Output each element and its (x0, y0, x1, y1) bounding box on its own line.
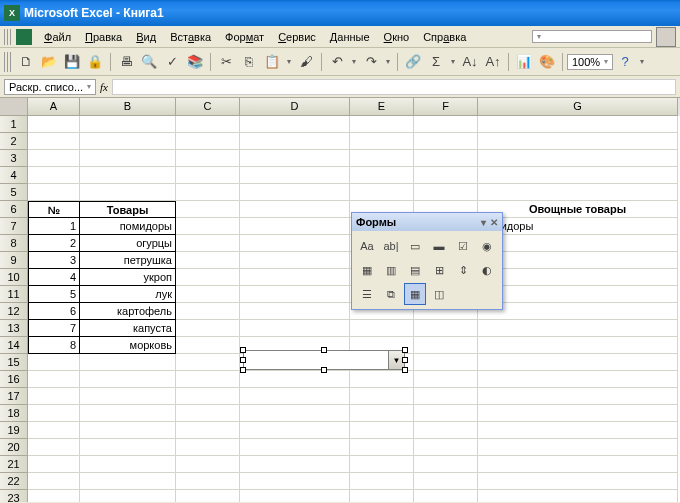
cell[interactable] (176, 473, 240, 490)
cell[interactable] (80, 371, 176, 388)
paste-icon[interactable]: 📋 (261, 51, 283, 73)
cell[interactable] (478, 371, 678, 388)
cell[interactable]: 4 (28, 269, 80, 286)
cell[interactable]: морковь (80, 337, 176, 354)
selection-handle[interactable] (240, 357, 246, 363)
cell[interactable] (80, 133, 176, 150)
selection-handle[interactable] (402, 367, 408, 373)
cell[interactable] (478, 167, 678, 184)
form-tool[interactable]: Aa (356, 235, 378, 257)
cell[interactable] (350, 422, 414, 439)
cell[interactable] (350, 133, 414, 150)
cell[interactable] (240, 371, 350, 388)
cell[interactable]: укроп (80, 269, 176, 286)
form-tool[interactable]: ▤ (404, 259, 426, 281)
row-header[interactable]: 20 (0, 439, 28, 456)
hyperlink-icon[interactable]: 🔗 (402, 51, 424, 73)
cell[interactable] (414, 422, 478, 439)
cell[interactable] (350, 320, 414, 337)
cell[interactable] (176, 371, 240, 388)
cell[interactable] (478, 252, 678, 269)
undo-icon[interactable]: ↶ (326, 51, 348, 73)
cell[interactable] (240, 490, 350, 502)
redo-dropdown[interactable]: ▾ (383, 57, 393, 66)
cell[interactable] (176, 354, 240, 371)
cell[interactable] (350, 405, 414, 422)
cell[interactable] (350, 473, 414, 490)
cell[interactable] (478, 116, 678, 133)
form-tool[interactable]: ▭ (404, 235, 426, 257)
cell[interactable] (414, 490, 478, 502)
cell[interactable]: 5 (28, 286, 80, 303)
cell[interactable] (478, 354, 678, 371)
cell[interactable] (28, 473, 80, 490)
format-painter-icon[interactable]: 🖌 (295, 51, 317, 73)
cell[interactable] (350, 116, 414, 133)
row-header[interactable]: 11 (0, 286, 28, 303)
zoom-box[interactable]: 100% (567, 54, 613, 70)
spelling-icon[interactable]: ✓ (161, 51, 183, 73)
cell[interactable] (176, 337, 240, 354)
cell[interactable] (240, 286, 350, 303)
forms-options-icon[interactable]: ▾ (481, 217, 486, 228)
row-header[interactable]: 3 (0, 150, 28, 167)
cell[interactable] (414, 320, 478, 337)
selection-handle[interactable] (402, 357, 408, 363)
menu-format[interactable]: Формат (219, 29, 270, 45)
cell[interactable] (176, 235, 240, 252)
cell[interactable] (176, 269, 240, 286)
cell[interactable] (350, 456, 414, 473)
menu-window[interactable]: Окно (378, 29, 416, 45)
cell[interactable] (478, 337, 678, 354)
cell[interactable] (240, 303, 350, 320)
preview-icon[interactable]: 🔍 (138, 51, 160, 73)
cell[interactable]: 6 (28, 303, 80, 320)
cell[interactable] (414, 371, 478, 388)
form-tool[interactable]: ▦ (404, 283, 426, 305)
selection-handle[interactable] (240, 347, 246, 353)
cell[interactable]: № (28, 201, 80, 218)
forms-toolbar-title[interactable]: Формы ▾ ✕ (352, 213, 502, 231)
copy-icon[interactable]: ⎘ (238, 51, 260, 73)
row-header[interactable]: 19 (0, 422, 28, 439)
cell[interactable]: 2 (28, 235, 80, 252)
toolbar-options[interactable]: ▾ (637, 57, 647, 66)
form-tool[interactable]: ◫ (428, 283, 450, 305)
cell[interactable] (240, 456, 350, 473)
cell[interactable] (240, 320, 350, 337)
cell[interactable] (350, 388, 414, 405)
cell[interactable] (478, 150, 678, 167)
cell[interactable] (350, 184, 414, 201)
menu-data[interactable]: Данные (324, 29, 376, 45)
selection-handle[interactable] (240, 367, 246, 373)
formula-input[interactable] (112, 79, 676, 95)
row-header[interactable]: 5 (0, 184, 28, 201)
cell[interactable] (80, 388, 176, 405)
form-tool[interactable]: ◐ (476, 259, 498, 281)
cell[interactable] (350, 150, 414, 167)
selection-handle[interactable] (321, 367, 327, 373)
chart-icon[interactable]: 📊 (513, 51, 535, 73)
cell[interactable] (28, 405, 80, 422)
form-tool[interactable]: ☰ (356, 283, 378, 305)
cell[interactable] (350, 439, 414, 456)
row-header[interactable]: 23 (0, 490, 28, 502)
cell[interactable] (80, 456, 176, 473)
form-tool[interactable]: ▦ (356, 259, 378, 281)
col-header-A[interactable]: A (28, 98, 80, 116)
form-tool[interactable]: ▥ (380, 259, 402, 281)
cell[interactable] (176, 388, 240, 405)
cell[interactable] (176, 405, 240, 422)
cell[interactable] (478, 439, 678, 456)
cell[interactable] (240, 218, 350, 235)
save-icon[interactable]: 💾 (61, 51, 83, 73)
forms-toolbar[interactable]: Формы ▾ ✕ Aaab|▭▬☑◉▦▥▤⊞⇕◐☰⧉▦◫ (351, 212, 503, 310)
col-header-E[interactable]: E (350, 98, 414, 116)
cell[interactable] (240, 235, 350, 252)
cell[interactable] (414, 439, 478, 456)
cell[interactable]: картофель (80, 303, 176, 320)
cell[interactable] (176, 133, 240, 150)
cell[interactable] (414, 354, 478, 371)
cell[interactable] (176, 286, 240, 303)
cell[interactable] (176, 252, 240, 269)
